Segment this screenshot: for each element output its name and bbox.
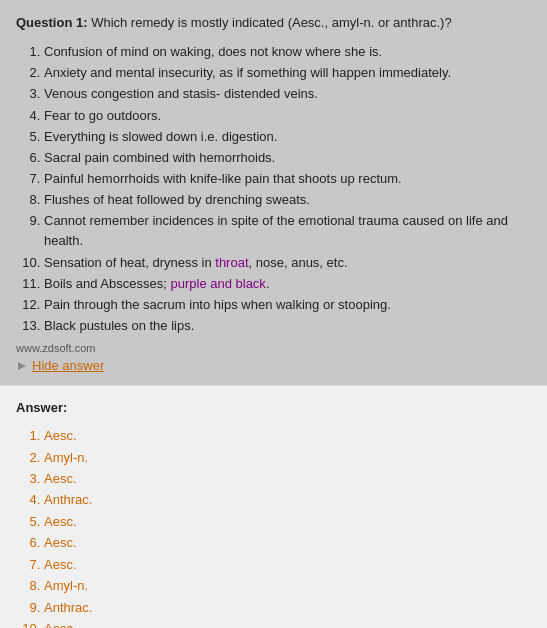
list-item: Sensation of heat, dryness in throat, no… (44, 253, 531, 273)
hide-answer-icon (16, 360, 28, 372)
list-item: Pain through the sacrum into hips when w… (44, 295, 531, 315)
list-item: Flushes of heat followed by drenching sw… (44, 190, 531, 210)
list-item: Anxiety and mental insecurity, as if som… (44, 63, 531, 83)
question-title-bold: Question 1: (16, 15, 88, 30)
list-item: Painful hemorrhoids with knife-like pain… (44, 169, 531, 189)
list-item: Amyl-n. (44, 575, 531, 596)
hide-answer-row: Hide answer (16, 358, 531, 373)
list-item: Everything is slowed down i.e. digestion… (44, 127, 531, 147)
list-item: Aesc. (44, 468, 531, 489)
hide-answer-link[interactable]: Hide answer (32, 358, 104, 373)
list-item: Cannot remember incidences in spite of t… (44, 211, 531, 251)
list-item: Anthrac. (44, 489, 531, 510)
list-item: Amyl-n. (44, 447, 531, 468)
list-item: Aesc. (44, 554, 531, 575)
question-list: Confusion of mind on waking, does not kn… (16, 42, 531, 336)
question-title-normal: Which remedy is mostly indicated (Aesc.,… (88, 15, 452, 30)
question-title: Question 1: Which remedy is mostly indic… (16, 14, 531, 32)
question-section: Question 1: Which remedy is mostly indic… (0, 0, 547, 385)
answer-title: Answer: (16, 400, 531, 415)
list-item: Anthrac. (44, 597, 531, 618)
list-item: Aesc. (44, 532, 531, 553)
svg-marker-0 (18, 362, 26, 370)
list-item: Aesc. (44, 618, 531, 628)
answer-list: Aesc. Amyl-n. Aesc. Anthrac. Aesc. Aesc.… (16, 425, 531, 628)
answer-section: Answer: Aesc. Amyl-n. Aesc. Anthrac. Aes… (0, 385, 547, 628)
list-item: Boils and Abscesses; purple and black. (44, 274, 531, 294)
list-item: Aesc. (44, 511, 531, 532)
list-item: Sacral pain combined with hemorrhoids. (44, 148, 531, 168)
list-item: Venous congestion and stasis- distended … (44, 84, 531, 104)
list-item: Confusion of mind on waking, does not kn… (44, 42, 531, 62)
list-item: Black pustules on the lips. (44, 316, 531, 336)
watermark: www.zdsoft.com (16, 342, 531, 354)
list-item: Aesc. (44, 425, 531, 446)
list-item: Fear to go outdoors. (44, 106, 531, 126)
